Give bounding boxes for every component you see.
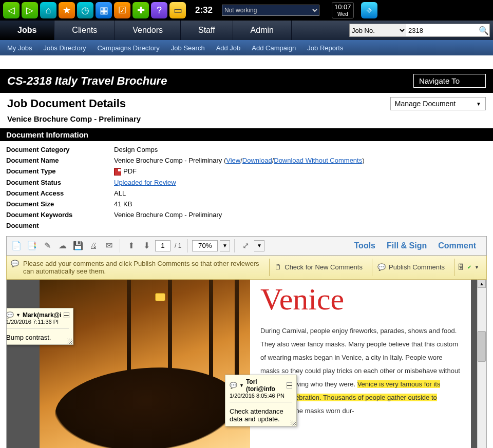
- pdf-pageup-icon[interactable]: ⬆: [124, 239, 138, 252]
- note-author: Mark(mark@i: [23, 311, 62, 319]
- check-comments-button[interactable]: 🗒 Check for New Comments: [269, 259, 368, 276]
- value-name: Venice Brochure Comp - Preliminary (View…: [114, 157, 365, 164]
- clock-icon[interactable]: ◷: [77, 2, 93, 18]
- checkmark-icon: ✔: [467, 264, 471, 270]
- clock-day: Wed: [334, 11, 351, 17]
- home-icon[interactable]: ⌂: [40, 2, 56, 18]
- label-category: Document Category: [6, 146, 114, 153]
- star-icon[interactable]: ★: [59, 2, 75, 18]
- close-icon[interactable]: —: [64, 312, 69, 318]
- scroll-thumb[interactable]: [478, 331, 486, 362]
- sticky-note-2[interactable]: 💬▼ Tori (tori@info— 1/20/2016 8:05:46 PN…: [225, 375, 297, 426]
- subnav-addcamp[interactable]: Add Campaign: [252, 44, 296, 52]
- close-icon[interactable]: —: [287, 382, 292, 388]
- subnav-jobsearch[interactable]: Job Search: [171, 44, 205, 52]
- resize-handle[interactable]: [291, 420, 296, 425]
- help-icon[interactable]: ?: [151, 2, 167, 18]
- pdf-export-icon[interactable]: 📄: [10, 239, 23, 252]
- pdf-fullscreen-icon[interactable]: ⤢: [239, 239, 252, 252]
- pdf-tools-link[interactable]: Tools: [354, 241, 375, 250]
- comment-marker-icon[interactable]: [155, 293, 165, 301]
- job-title: CS-2318 Italy Travel Brochure: [7, 74, 413, 88]
- server-icon: 🗄: [458, 263, 464, 271]
- folder-icon[interactable]: ▭: [169, 2, 186, 18]
- link-download[interactable]: Download: [242, 157, 272, 164]
- scrollbar: ▲ ▼: [477, 280, 486, 448]
- note-timestamp: 1/20/2016 8:05:46 PN: [230, 393, 292, 399]
- pdf-email-icon[interactable]: ✉: [102, 239, 116, 252]
- timer-display: 2:32: [195, 5, 213, 15]
- value-access: ALL: [114, 189, 126, 197]
- navigate-to-button[interactable]: Navigate To: [413, 74, 486, 88]
- jobno-search: Job No. 🔍: [349, 24, 490, 37]
- document-info: Document CategoryDesign Comps Document N…: [0, 141, 493, 236]
- chevron-down-icon: ▼: [475, 265, 479, 270]
- pdf-zoom-dropdown[interactable]: ▼: [220, 240, 230, 251]
- check-icon[interactable]: ☑: [114, 2, 130, 18]
- tab-vendors[interactable]: Vendors: [115, 21, 181, 40]
- pdf-fillsign-link[interactable]: Fill & Sign: [387, 241, 427, 250]
- main-nav: Jobs Clients Vendors Staff Admin Job No.…: [0, 21, 493, 40]
- tab-clients[interactable]: Clients: [54, 21, 115, 40]
- chevron-down-icon: ▼: [16, 313, 21, 318]
- label-document: Document: [6, 222, 114, 229]
- forward-icon[interactable]: ▷: [22, 2, 38, 18]
- tab-jobs[interactable]: Jobs: [0, 21, 54, 40]
- pdf-page-input[interactable]: [155, 240, 170, 251]
- subnav-jobreports[interactable]: Job Reports: [307, 44, 343, 52]
- pdf-comment-link[interactable]: Comment: [438, 241, 476, 250]
- subnav-addjob[interactable]: Add Job: [216, 44, 241, 52]
- resize-handle[interactable]: [67, 339, 72, 344]
- pdf-create-icon[interactable]: 📑: [25, 239, 39, 252]
- pdf-pagedown-icon[interactable]: ⬇: [140, 239, 153, 252]
- note-icon: 💬: [6, 311, 14, 319]
- jobno-input[interactable]: [406, 24, 478, 36]
- value-type: PDF: [114, 167, 137, 176]
- clock-time: 10:07: [334, 4, 351, 11]
- value-keywords: Venice Brochure Comp - Preliminary: [114, 211, 222, 219]
- sub-nav: My Jobs Jobs Directory Campaigns Directo…: [0, 40, 493, 55]
- value-size: 41 KB: [114, 200, 132, 208]
- pdf-edit-icon[interactable]: ✎: [41, 239, 54, 252]
- subnav-jobsdir[interactable]: Jobs Directory: [43, 44, 86, 52]
- subnav-campdir[interactable]: Campaigns Directory: [97, 44, 159, 52]
- chevron-down-icon: ▼: [239, 383, 244, 388]
- label-access: Document Access: [6, 189, 114, 197]
- link-download-nocomments[interactable]: Download Without Comments: [274, 157, 362, 164]
- pdf-cloud-icon[interactable]: ☁: [56, 239, 69, 252]
- pdf-print-icon[interactable]: 🖨: [87, 239, 100, 252]
- manage-document-dropdown[interactable]: Manage Document ▼: [390, 97, 486, 110]
- note-author: Tori (tori@info: [246, 378, 285, 393]
- note-body: Bump contrast.: [6, 334, 69, 341]
- subnav-myjobs[interactable]: My Jobs: [7, 44, 32, 52]
- value-category: Design Comps: [114, 146, 158, 153]
- back-icon[interactable]: ◁: [3, 2, 20, 18]
- pdf-viewmode-dropdown[interactable]: ▼: [254, 240, 264, 251]
- title-bar: CS-2318 Italy Travel Brochure Navigate T…: [0, 69, 493, 93]
- search-icon[interactable]: 🔍: [478, 26, 489, 35]
- logout-icon[interactable]: ⎆: [361, 2, 377, 18]
- label-keywords: Document Keywords: [6, 211, 114, 219]
- document-subtitle: Venice Brochure Comp - Preliminary: [0, 114, 493, 128]
- plus-icon[interactable]: ✚: [132, 2, 149, 18]
- status-select[interactable]: Not working: [222, 5, 319, 16]
- scroll-up-button[interactable]: ▲: [478, 280, 486, 288]
- top-toolbar: ◁ ▷ ⌂ ★ ◷ ▦ ☑ ✚ ? ▭ 2:32 Not working 10:…: [0, 0, 493, 21]
- tab-admin[interactable]: Admin: [233, 21, 292, 40]
- jobno-type-select[interactable]: Job No.: [350, 24, 406, 36]
- link-view[interactable]: View: [226, 157, 240, 164]
- publish-comments-button[interactable]: 💬 Publish Comments: [372, 259, 450, 276]
- pdf-viewer: Venice During Carnival, people enjoy fir…: [6, 280, 487, 448]
- refresh-icon: 🗒: [275, 263, 281, 271]
- comment-add-icon: 💬: [11, 260, 19, 275]
- pdf-zoom-input[interactable]: [192, 240, 218, 251]
- label-name: Document Name: [6, 157, 114, 164]
- link-status[interactable]: Uploaded for Review: [114, 179, 176, 186]
- sticky-note-1[interactable]: 💬▼ Mark(mark@i— 1/20/2016 7:11:36 PI Bum…: [6, 308, 73, 345]
- brochure-heading: Venice: [260, 282, 461, 317]
- server-status-button[interactable]: 🗄✔▼: [454, 259, 482, 276]
- pdf-save-icon[interactable]: 💾: [71, 239, 85, 252]
- calendar-icon[interactable]: ▦: [96, 2, 112, 18]
- tab-staff[interactable]: Staff: [181, 21, 233, 40]
- brochure-photo: [40, 280, 250, 448]
